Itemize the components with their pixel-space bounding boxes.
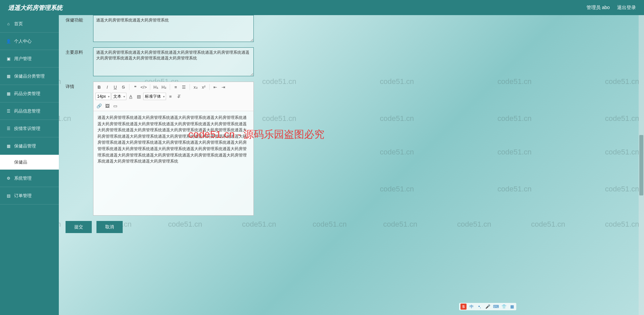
app-header: 逍遥大药房管理系统 管理员 abo 退出登录 [0, 0, 644, 15]
sidebar-item-users[interactable]: ▣ 用户管理 [0, 50, 59, 68]
list-ul-icon[interactable]: ☰ [180, 83, 188, 91]
sidebar-item-profile[interactable]: 👤 个人中心 [0, 33, 59, 50]
sup-icon[interactable]: x² [200, 83, 207, 91]
home-icon: ⌂ [6, 21, 11, 26]
ime-tool-icon[interactable]: ▦ [509, 304, 515, 310]
sidebar-item-label: 药品分类管理 [14, 91, 40, 97]
list-icon: ☰ [6, 126, 11, 131]
ime-logo-icon[interactable]: S [460, 304, 467, 310]
ime-keyboard-icon[interactable]: ⌨ [493, 304, 499, 310]
ime-punct-icon[interactable]: •, [477, 304, 483, 310]
sidebar-item-health[interactable]: ▦ 保健品管理 [0, 137, 59, 155]
editor-toolbar: B I U S ❝ </> H₁ H₂ ≡ ☰ x₂ x² ⇤ ⇥ [93, 82, 253, 111]
font-color-icon[interactable]: A [127, 93, 134, 100]
strike-icon[interactable]: S [120, 83, 127, 91]
list-icon: ☰ [6, 109, 11, 114]
sidebar-item-label: 个人中心 [14, 38, 32, 44]
bg-color-icon[interactable]: ▧ [135, 93, 143, 100]
ime-skin-icon[interactable]: 👕 [501, 304, 507, 310]
header-right: 管理员 abo 退出登录 [587, 5, 636, 11]
sidebar-item-epidemic[interactable]: ☰ 疫情常识管理 [0, 120, 59, 137]
h2-icon[interactable]: H₂ [160, 83, 168, 91]
image-icon[interactable]: 🖼 [104, 102, 111, 109]
field-label: 主要原料 [66, 47, 89, 55]
editor-content[interactable]: 逍遥大药房管理系统逍遥大药房管理系统逍遥大药房管理系统逍遥大药房管理系统逍遥大药… [93, 111, 253, 215]
form-actions: 提交 取消 [66, 221, 637, 233]
sidebar-item-system[interactable]: ⚙ 系统管理 [0, 170, 59, 187]
h1-icon[interactable]: H₁ [152, 83, 160, 91]
sidebar-sub-label: 保健品 [14, 159, 27, 165]
sub-icon[interactable]: x₂ [192, 83, 199, 91]
separator [190, 84, 190, 90]
cancel-button[interactable]: 取消 [96, 221, 123, 233]
users-icon: ▣ [6, 56, 11, 61]
video-icon[interactable]: ▭ [112, 102, 119, 109]
grid-icon: ▦ [6, 74, 11, 79]
gear-icon: ⚙ [6, 176, 11, 181]
sidebar-item-label: 保健品管理 [14, 143, 36, 149]
ime-lang-icon[interactable]: 中 [469, 304, 475, 310]
outdent-icon[interactable]: ⇥ [220, 83, 227, 91]
sidebar-sub-health[interactable]: 保健品 [0, 155, 59, 170]
paragraph-select[interactable]: 文本 [112, 93, 126, 100]
separator [209, 84, 210, 90]
ime-bar: S 中 •, 🎤 ⌨ 👕 ▦ [459, 303, 516, 310]
ime-mic-icon[interactable]: 🎤 [485, 304, 491, 310]
scrollbar[interactable] [639, 15, 644, 315]
sidebar-item-home[interactable]: ⌂ 首页 [0, 15, 59, 33]
scrollbar-thumb[interactable] [639, 135, 643, 195]
separator [150, 84, 150, 90]
sidebar-item-drug-cat[interactable]: ▦ 药品分类管理 [0, 85, 59, 102]
field-label: 详情 [66, 82, 89, 90]
grid-icon: ▦ [6, 91, 11, 96]
list-ol-icon[interactable]: ≡ [172, 83, 179, 91]
admin-label[interactable]: 管理员 abo [587, 5, 610, 11]
sidebar-item-label: 首页 [14, 21, 23, 27]
sidebar: ⌂ 首页 👤 个人中心 ▣ 用户管理 ▦ 保健品分类管理 ▦ 药品分类管理 ☰ … [0, 15, 59, 315]
sidebar-item-health-cat[interactable]: ▦ 保健品分类管理 [0, 68, 59, 85]
align-icon[interactable]: ≡ [167, 93, 174, 100]
form-row-detail: 详情 B I U S ❝ </> H₁ H₂ ≡ ☰ x₂ x² ⇤ [66, 82, 637, 216]
list-icon: ▤ [6, 193, 11, 198]
quote-icon[interactable]: ❝ [131, 83, 139, 91]
submit-button[interactable]: 提交 [66, 221, 92, 233]
sidebar-item-label: 用户管理 [14, 56, 32, 62]
clear-format-icon[interactable]: T̶ [175, 93, 182, 100]
grid-icon: ▦ [6, 144, 11, 148]
form-row-function: 保健功能 [66, 15, 637, 42]
sidebar-item-drug-info[interactable]: ☰ 药品信息管理 [0, 102, 59, 120]
form-row-material: 主要原料 [66, 47, 637, 76]
user-icon: 👤 [6, 39, 11, 44]
font-size-select[interactable]: 14px [95, 93, 111, 100]
sidebar-item-label: 药品信息管理 [14, 108, 40, 114]
material-textarea[interactable] [93, 47, 254, 76]
app-title: 逍遥大药房管理系统 [8, 4, 63, 12]
rich-editor: B I U S ❝ </> H₁ H₂ ≡ ☰ x₂ x² ⇤ ⇥ [93, 82, 254, 216]
sidebar-item-label: 订单管理 [14, 193, 32, 199]
indent-icon[interactable]: ⇤ [212, 83, 219, 91]
font-family-select[interactable]: 标准字体 [143, 93, 166, 100]
link-icon[interactable]: 🔗 [95, 102, 103, 109]
underline-icon[interactable]: U [112, 83, 119, 91]
sidebar-item-label: 疫情常识管理 [14, 126, 40, 132]
sidebar-item-label: 保健品分类管理 [14, 73, 45, 79]
code-icon[interactable]: </> [139, 83, 148, 91]
field-label: 保健功能 [66, 15, 89, 23]
separator [170, 84, 170, 90]
function-textarea[interactable] [93, 15, 254, 42]
separator [129, 84, 129, 90]
italic-icon[interactable]: I [104, 83, 111, 91]
bold-icon[interactable]: B [95, 83, 103, 91]
logout-link[interactable]: 退出登录 [617, 5, 636, 11]
sidebar-item-label: 系统管理 [14, 175, 32, 181]
sidebar-item-orders[interactable]: ▤ 订单管理 [0, 187, 59, 205]
main-content: 保健功能 主要原料 详情 B I U S ❝ </> H₁ H₂ ≡ ☰ [59, 15, 644, 315]
